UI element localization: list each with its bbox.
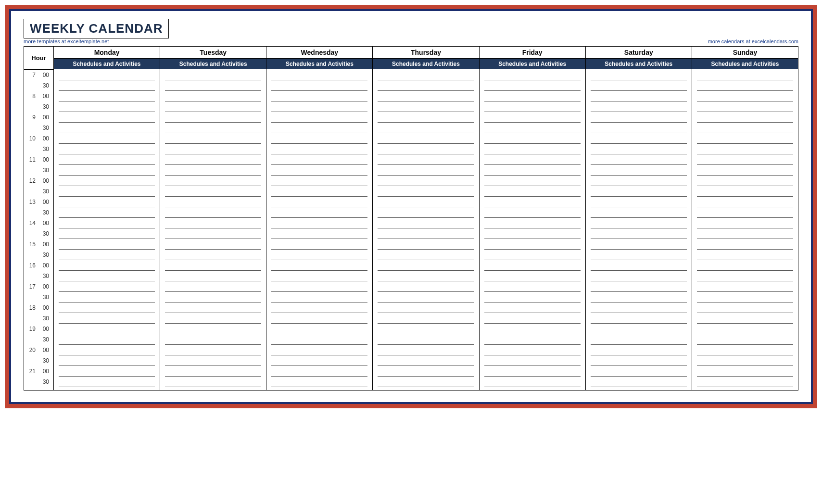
schedule-slot[interactable]	[160, 292, 266, 302]
schedule-slot[interactable]	[585, 69, 692, 80]
schedule-slot[interactable]	[585, 313, 692, 324]
schedule-slot[interactable]	[373, 123, 479, 133]
schedule-slot[interactable]	[266, 302, 373, 313]
schedule-slot[interactable]	[266, 197, 373, 207]
schedule-slot[interactable]	[373, 334, 479, 345]
schedule-slot[interactable]	[160, 239, 266, 250]
schedule-slot[interactable]	[266, 260, 373, 271]
schedule-slot[interactable]	[266, 133, 373, 144]
schedule-slot[interactable]	[160, 334, 266, 345]
schedule-slot[interactable]	[479, 355, 585, 366]
schedule-slot[interactable]	[54, 133, 160, 144]
schedule-slot[interactable]	[585, 281, 692, 292]
schedule-slot[interactable]	[692, 197, 798, 207]
schedule-slot[interactable]	[692, 228, 798, 239]
schedule-slot[interactable]	[479, 345, 585, 355]
schedule-slot[interactable]	[585, 154, 692, 165]
schedule-slot[interactable]	[479, 207, 585, 218]
schedule-slot[interactable]	[373, 345, 479, 355]
schedule-slot[interactable]	[692, 334, 798, 345]
schedule-slot[interactable]	[479, 144, 585, 154]
schedule-slot[interactable]	[692, 271, 798, 281]
schedule-slot[interactable]	[54, 197, 160, 207]
schedule-slot[interactable]	[692, 165, 798, 176]
schedule-slot[interactable]	[54, 292, 160, 302]
schedule-slot[interactable]	[160, 377, 266, 391]
schedule-slot[interactable]	[54, 165, 160, 176]
schedule-slot[interactable]	[266, 207, 373, 218]
schedule-slot[interactable]	[585, 260, 692, 271]
schedule-slot[interactable]	[54, 239, 160, 250]
schedule-slot[interactable]	[373, 165, 479, 176]
schedule-slot[interactable]	[692, 123, 798, 133]
schedule-slot[interactable]	[266, 144, 373, 154]
schedule-slot[interactable]	[373, 154, 479, 165]
schedule-slot[interactable]	[585, 250, 692, 260]
templates-link[interactable]: more templates at exceltemplate.net	[24, 38, 109, 44]
schedule-slot[interactable]	[479, 271, 585, 281]
schedule-slot[interactable]	[373, 144, 479, 154]
schedule-slot[interactable]	[54, 101, 160, 112]
schedule-slot[interactable]	[479, 176, 585, 186]
schedule-slot[interactable]	[479, 123, 585, 133]
schedule-slot[interactable]	[479, 154, 585, 165]
schedule-slot[interactable]	[160, 207, 266, 218]
schedule-slot[interactable]	[585, 91, 692, 101]
schedule-slot[interactable]	[160, 154, 266, 165]
schedule-slot[interactable]	[692, 69, 798, 80]
schedule-slot[interactable]	[373, 112, 479, 123]
schedule-slot[interactable]	[54, 355, 160, 366]
schedule-slot[interactable]	[54, 186, 160, 197]
schedule-slot[interactable]	[54, 313, 160, 324]
schedule-slot[interactable]	[692, 91, 798, 101]
schedule-slot[interactable]	[373, 186, 479, 197]
schedule-slot[interactable]	[266, 80, 373, 91]
schedule-slot[interactable]	[479, 91, 585, 101]
schedule-slot[interactable]	[585, 334, 692, 345]
schedule-slot[interactable]	[160, 260, 266, 271]
schedule-slot[interactable]	[373, 207, 479, 218]
schedule-slot[interactable]	[585, 377, 692, 391]
schedule-slot[interactable]	[373, 91, 479, 101]
schedule-slot[interactable]	[54, 154, 160, 165]
schedule-slot[interactable]	[692, 144, 798, 154]
schedule-slot[interactable]	[54, 334, 160, 345]
schedule-slot[interactable]	[692, 345, 798, 355]
schedule-slot[interactable]	[373, 101, 479, 112]
schedule-slot[interactable]	[585, 112, 692, 123]
schedule-slot[interactable]	[479, 69, 585, 80]
schedule-slot[interactable]	[266, 218, 373, 228]
schedule-slot[interactable]	[373, 377, 479, 391]
schedule-slot[interactable]	[160, 176, 266, 186]
schedule-slot[interactable]	[479, 292, 585, 302]
schedule-slot[interactable]	[585, 292, 692, 302]
schedule-slot[interactable]	[479, 80, 585, 91]
schedule-slot[interactable]	[160, 250, 266, 260]
schedule-slot[interactable]	[160, 313, 266, 324]
schedule-slot[interactable]	[160, 69, 266, 80]
schedule-slot[interactable]	[373, 133, 479, 144]
schedule-slot[interactable]	[266, 186, 373, 197]
schedule-slot[interactable]	[266, 112, 373, 123]
schedule-slot[interactable]	[54, 377, 160, 391]
schedule-slot[interactable]	[479, 334, 585, 345]
schedule-slot[interactable]	[160, 186, 266, 197]
schedule-slot[interactable]	[585, 355, 692, 366]
schedule-slot[interactable]	[266, 377, 373, 391]
schedule-slot[interactable]	[585, 366, 692, 377]
schedule-slot[interactable]	[373, 250, 479, 260]
schedule-slot[interactable]	[692, 292, 798, 302]
schedule-slot[interactable]	[692, 302, 798, 313]
schedule-slot[interactable]	[373, 176, 479, 186]
schedule-slot[interactable]	[479, 281, 585, 292]
schedule-slot[interactable]	[54, 80, 160, 91]
schedule-slot[interactable]	[54, 123, 160, 133]
schedule-slot[interactable]	[373, 292, 479, 302]
schedule-slot[interactable]	[585, 144, 692, 154]
schedule-slot[interactable]	[479, 239, 585, 250]
schedule-slot[interactable]	[160, 345, 266, 355]
schedule-slot[interactable]	[585, 197, 692, 207]
schedule-slot[interactable]	[266, 69, 373, 80]
schedule-slot[interactable]	[692, 313, 798, 324]
schedule-slot[interactable]	[692, 239, 798, 250]
